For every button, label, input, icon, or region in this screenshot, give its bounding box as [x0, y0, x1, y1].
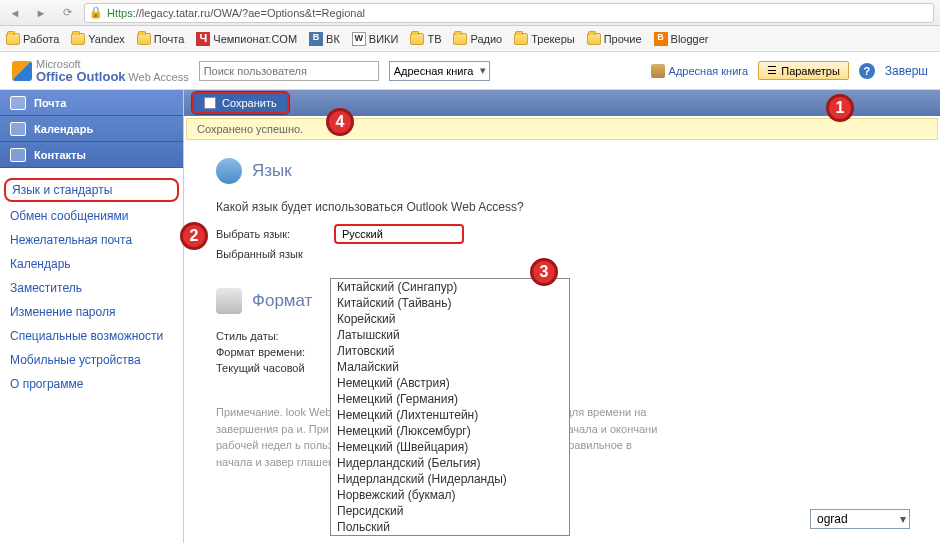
language-select[interactable]: Русский [334, 224, 464, 244]
dropdown-item[interactable]: Немецкий (Лихтенштейн) [331, 407, 569, 423]
address-book-link[interactable]: Адресная книга [651, 64, 749, 78]
language-dropdown[interactable]: Китайский (Сингапур) Китайский (Тайвань)… [330, 278, 570, 536]
list-icon: ☰ [767, 64, 777, 77]
bookmark-item[interactable]: Почта [137, 33, 185, 45]
select-language-label: Выбрать язык: [216, 228, 326, 240]
dropdown-item[interactable]: Литовский [331, 343, 569, 359]
timezone-label: Текущий часовой [216, 362, 326, 374]
url-bar[interactable]: 🔒 Https://legacy.tatar.ru/OWA/?ae=Option… [84, 3, 934, 23]
dropdown-item[interactable]: Китайский (Тайвань) [331, 295, 569, 311]
contacts-icon [10, 148, 26, 162]
dropdown-item[interactable]: Малайский [331, 359, 569, 375]
annotation-badge-2: 2 [180, 222, 208, 250]
timezone-select[interactable]: ograd [810, 509, 910, 529]
reload-button[interactable]: ⟳ [58, 4, 76, 22]
annotation-badge-4: 4 [326, 108, 354, 136]
dropdown-item[interactable]: Немецкий (Люксембург) [331, 423, 569, 439]
app-header: MicrosoftOffice Outlook Web Access Адрес… [0, 52, 940, 90]
book-icon [651, 64, 665, 78]
dropdown-item[interactable]: Польский [331, 519, 569, 535]
folder-icon [453, 33, 467, 45]
bookmark-item[interactable]: WВИКИ [352, 32, 399, 46]
address-book-select[interactable]: Адресная книга [389, 61, 491, 81]
logo: MicrosoftOffice Outlook Web Access [12, 59, 189, 83]
folder-icon [587, 33, 601, 45]
annotation-badge-1: 1 [826, 94, 854, 122]
folder-icon [71, 33, 85, 45]
selected-language-label: Выбранный язык [216, 248, 326, 260]
bookmark-item[interactable]: BВК [309, 32, 340, 46]
option-password[interactable]: Изменение пароля [0, 300, 183, 324]
globe-icon [216, 158, 242, 184]
nav-calendar[interactable]: Календарь [0, 116, 183, 142]
nav-mail[interactable]: Почта [0, 90, 183, 116]
dropdown-item[interactable]: Норвежский (букмал) [331, 487, 569, 503]
browser-toolbar: ◄ ► ⟳ 🔒 Https://legacy.tatar.ru/OWA/?ae=… [0, 0, 940, 26]
folder-icon [514, 33, 528, 45]
dropdown-item[interactable]: Нидерландский (Бельгия) [331, 455, 569, 471]
options-list: Язык и стандарты Обмен сообщениями Нежел… [0, 168, 183, 404]
folder-icon [410, 33, 424, 45]
section-language: Язык [216, 158, 908, 184]
folder-icon [6, 33, 20, 45]
bookmark-item[interactable]: ТВ [410, 33, 441, 45]
date-style-label: Стиль даты: [216, 330, 326, 342]
option-calendar[interactable]: Календарь [0, 252, 183, 276]
dropdown-item[interactable]: Нидерландский (Нидерланды) [331, 471, 569, 487]
help-icon[interactable]: ? [859, 63, 875, 79]
dropdown-item[interactable]: Португальский (Бразилия) [331, 535, 569, 536]
status-bar: Сохранено успешно. [186, 118, 938, 140]
bookmark-item[interactable]: Yandex [71, 33, 125, 45]
bookmark-item[interactable]: BBlogger [654, 32, 709, 46]
calendar-icon [10, 122, 26, 136]
back-button[interactable]: ◄ [6, 4, 24, 22]
option-messaging[interactable]: Обмен сообщениями [0, 204, 183, 228]
option-junk[interactable]: Нежелательная почта [0, 228, 183, 252]
site-icon: B [654, 32, 668, 46]
forward-button[interactable]: ► [32, 4, 50, 22]
option-deputy[interactable]: Заместитель [0, 276, 183, 300]
site-icon: B [309, 32, 323, 46]
dropdown-item[interactable]: Немецкий (Швейцария) [331, 439, 569, 455]
sidebar: Почта Календарь Контакты Язык и стандарт… [0, 90, 184, 543]
bookmark-item[interactable]: Прочие [587, 33, 642, 45]
bookmark-item[interactable]: ЧЧемпионат.COM [196, 32, 297, 46]
language-prompt: Какой язык будет использоваться Outlook … [216, 200, 908, 214]
option-mobile[interactable]: Мобильные устройства [0, 348, 183, 372]
search-input[interactable] [199, 61, 379, 81]
dropdown-item[interactable]: Персидский [331, 503, 569, 519]
dropdown-item[interactable]: Немецкий (Австрия) [331, 375, 569, 391]
option-regional[interactable]: Язык и стандарты [4, 178, 179, 202]
bookmark-item[interactable]: Трекеры [514, 33, 574, 45]
site-icon: Ч [196, 32, 210, 46]
folder-icon [137, 33, 151, 45]
annotation-badge-3: 3 [530, 258, 558, 286]
dropdown-item[interactable]: Немецкий (Германия) [331, 391, 569, 407]
option-about[interactable]: О программе [0, 372, 183, 396]
nav-contacts[interactable]: Контакты [0, 142, 183, 168]
params-button[interactable]: ☰Параметры [758, 61, 849, 80]
logo-icon [12, 61, 32, 81]
format-icon [216, 288, 242, 314]
logout-link[interactable]: Заверш [885, 64, 928, 78]
bookmarks-bar: Работа Yandex Почта ЧЧемпионат.COM BВК W… [0, 26, 940, 52]
save-button[interactable]: Сохранить [192, 92, 289, 114]
site-icon: W [352, 32, 366, 46]
mail-icon [10, 96, 26, 110]
bookmark-item[interactable]: Радио [453, 33, 502, 45]
dropdown-item[interactable]: Корейский [331, 311, 569, 327]
bookmark-item[interactable]: Работа [6, 33, 59, 45]
time-format-label: Формат времени: [216, 346, 326, 358]
section-title: Язык [252, 161, 292, 181]
dropdown-item[interactable]: Латышский [331, 327, 569, 343]
url-text: Https://legacy.tatar.ru/OWA/?ae=Options&… [107, 5, 365, 20]
save-icon [204, 97, 216, 109]
lock-icon: 🔒 [89, 6, 103, 19]
option-accessibility[interactable]: Специальные возможности [0, 324, 183, 348]
section-title: Формат [252, 291, 312, 311]
